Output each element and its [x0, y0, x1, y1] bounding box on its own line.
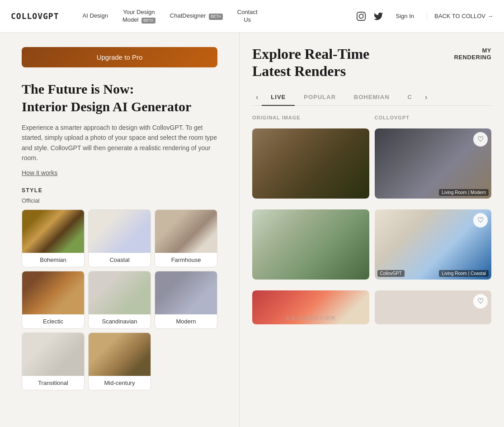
original-image-2[interactable] [252, 209, 369, 280]
style-card-coastal[interactable]: Coastal [88, 209, 151, 267]
style-image-coastal [89, 210, 151, 253]
main-layout: Upgrade to Pro The Future is Now:Interio… [0, 33, 504, 427]
style-grid: Bohemian Coastal Farmhouse Eclectic Scan… [22, 209, 217, 390]
style-card-bohemian[interactable]: Bohemian [22, 209, 85, 267]
right-panel: Explore Real-Time Latest Renders MYRENDE… [240, 33, 504, 427]
svg-rect-0 [357, 12, 365, 20]
style-label-transitional: Transitional [22, 376, 84, 390]
style-image-eclectic [22, 271, 84, 314]
logo[interactable]: COLLOVGPT [11, 11, 59, 21]
style-image-modern [155, 271, 217, 314]
tabs-next-button[interactable]: › [421, 90, 431, 105]
style-image-farmhouse [155, 210, 217, 253]
style-image-scandinavian [89, 271, 151, 314]
renders-header: Explore Real-Time Latest Renders MYRENDE… [252, 45, 491, 80]
description-text: Experience a smarter approach to design … [22, 123, 217, 163]
nav-contact-us[interactable]: ContactUs [232, 5, 263, 28]
tab-bohemian[interactable]: BOHEMIAN [345, 89, 399, 106]
heart-button-3[interactable]: ♡ [473, 294, 488, 308]
heart-button-2[interactable]: ♡ [473, 213, 488, 228]
original-image-3[interactable]: 头条 @某某设计师网 [252, 290, 369, 324]
style-label-scandinavian: Scandinavian [89, 314, 151, 328]
beta-badge-chat: BETA [209, 14, 223, 20]
style-image-midcentury [89, 333, 151, 376]
collov-tag-2: CollovGPT [377, 270, 405, 277]
arrow-right-icon: → [487, 13, 493, 19]
tabs-prev-button[interactable]: ‹ [252, 90, 262, 105]
how-it-works-link[interactable]: How it works [22, 169, 57, 176]
tab-live[interactable]: LIVE [262, 89, 295, 106]
sign-in-button[interactable]: Sign In [391, 10, 419, 22]
left-panel: Upgrade to Pro The Future is Now:Interio… [0, 33, 240, 427]
nav-chat-designer[interactable]: ChatDesigner BETA [165, 9, 228, 24]
official-label: Official [22, 197, 217, 204]
style-label-coastal: Coastal [89, 253, 151, 267]
header-right: Sign In BACK TO COLLOV → [356, 10, 493, 22]
style-card-transitional[interactable]: Transitional [22, 332, 85, 390]
style-section-label: STYLE [22, 187, 217, 194]
room-tag-2: Living Room | Coastal [439, 270, 489, 277]
style-card-farmhouse[interactable]: Farmhouse [155, 209, 217, 267]
page-headline: The Future is Now:Interior Design AI Gen… [22, 80, 217, 115]
tab-more[interactable]: C [399, 89, 421, 106]
rendered-image-2[interactable]: ♡ CollovGPT Living Room | Coastal [375, 209, 492, 280]
svg-point-2 [363, 14, 364, 14]
style-card-modern[interactable]: Modern [155, 271, 217, 329]
rendered-image-3[interactable]: ♡ [375, 290, 492, 324]
renders-title: Explore Real-Time Latest Renders [252, 45, 369, 80]
nav-your-design-model[interactable]: Your DesignModel BETA [117, 5, 161, 28]
style-image-transitional [22, 333, 84, 376]
nav-ai-design[interactable]: AI Design [77, 9, 113, 24]
my-rendering-link[interactable]: MYRENDERING [454, 45, 491, 61]
rendered-image-1[interactable]: ♡ Living Room | Modern [375, 128, 492, 199]
beta-badge-model: BETA [141, 18, 155, 24]
instagram-icon[interactable] [356, 11, 366, 21]
col-collov-label: COLLOVGPT [375, 115, 492, 120]
twitter-icon[interactable] [373, 11, 383, 21]
style-label-midcentury: Mid-century [89, 376, 151, 390]
style-label-bohemian: Bohemian [22, 253, 84, 267]
back-to-collov-button[interactable]: BACK TO COLLOV → [427, 13, 493, 19]
upgrade-to-pro-button[interactable]: Upgrade to Pro [22, 47, 217, 67]
svg-point-1 [359, 14, 363, 18]
tabs-row: ‹ LIVE POPULAR BOHEMIAN C › [252, 89, 491, 106]
room-tag-1: Living Room | Modern [439, 189, 489, 196]
heart-button-1[interactable]: ♡ [473, 132, 488, 147]
style-label-eclectic: Eclectic [22, 314, 84, 328]
tab-popular[interactable]: POPULAR [295, 89, 345, 106]
col-original-label: ORIGINAL IMAGE [252, 115, 369, 120]
style-card-scandinavian[interactable]: Scandinavian [88, 271, 151, 329]
header: COLLOVGPT AI Design Your DesignModel BET… [0, 0, 504, 33]
style-card-midcentury[interactable]: Mid-century [88, 332, 151, 390]
style-label-modern: Modern [155, 314, 217, 328]
style-label-farmhouse: Farmhouse [155, 253, 217, 267]
style-image-bohemian [22, 210, 84, 253]
style-card-eclectic[interactable]: Eclectic [22, 271, 85, 329]
original-image-1[interactable] [252, 128, 369, 199]
